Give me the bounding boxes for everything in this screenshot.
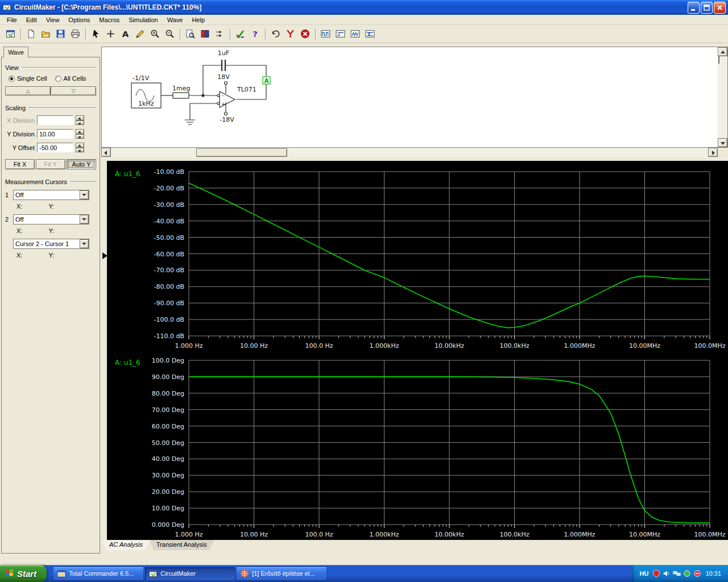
task-buttons: Total Commander 6.5...CircuitMaker[1] Er… xyxy=(53,567,631,580)
schematic-pane: -1/1V 1kHz 1meg 1uF 18V -18V TL071 - + A xyxy=(101,47,728,148)
menu-item-edit[interactable]: Edit xyxy=(22,15,42,24)
tray-shield-icon[interactable] xyxy=(652,569,660,577)
scroll-right-button[interactable] xyxy=(708,148,718,157)
text-tool-button[interactable]: A xyxy=(118,27,133,41)
menu-item-view[interactable]: View xyxy=(42,15,64,24)
compare-arrows-button[interactable] xyxy=(213,27,227,41)
spin-up-icon[interactable] xyxy=(76,115,84,120)
cursor1-select[interactable]: Off xyxy=(13,190,89,200)
spin-up-icon[interactable] xyxy=(76,143,84,148)
toolbar-separator xyxy=(265,28,266,40)
scroll-up-button[interactable] xyxy=(718,47,727,56)
wave-bus-icon xyxy=(365,29,375,39)
undo-arrow-button[interactable] xyxy=(268,27,283,41)
scroll-down-button[interactable] xyxy=(718,138,727,147)
circuit-window-button[interactable] xyxy=(3,27,18,41)
chevron-down-icon[interactable] xyxy=(80,190,89,199)
y-offset-input[interactable] xyxy=(37,143,73,152)
save-button[interactable] xyxy=(53,27,68,41)
scrollbar-thumb[interactable] xyxy=(196,148,287,157)
library-book-icon xyxy=(200,29,210,39)
resistor-symbol[interactable] xyxy=(173,93,189,98)
magnitude-plot[interactable]: -10.00 dB-20.00 dB-30.00 dB-40.00 dB-50.… xyxy=(107,161,728,350)
maximize-button[interactable] xyxy=(701,2,713,14)
schematic-horizontal-scrollbar[interactable] xyxy=(101,148,728,157)
single-cell-radio[interactable] xyxy=(9,76,15,82)
wave-pulse-button[interactable] xyxy=(348,27,362,41)
auto-y-button[interactable]: Auto Y xyxy=(67,159,96,169)
spin-down-icon[interactable] xyxy=(76,120,84,126)
chevron-down-icon[interactable] xyxy=(80,215,89,224)
new-file-button[interactable] xyxy=(24,27,38,41)
tray-network-icon xyxy=(673,569,681,577)
svg-text:1.000 Hz: 1.000 Hz xyxy=(175,531,202,538)
close-button[interactable] xyxy=(714,2,726,14)
find-part-button[interactable] xyxy=(183,27,197,41)
tray-volume-icon[interactable] xyxy=(663,569,671,577)
library-book-button[interactable] xyxy=(198,27,212,41)
view-group-rule xyxy=(22,67,96,68)
schematic-canvas[interactable]: -1/1V 1kHz 1meg 1uF 18V -18V TL071 - + A xyxy=(102,47,717,147)
x-division-spinner[interactable] xyxy=(76,115,84,125)
scroll-left-button[interactable] xyxy=(101,148,111,157)
phase-plot[interactable]: 100.0 Deg90.00 Deg80.00 Deg70.00 Deg60.0… xyxy=(107,350,728,538)
spin-down-icon[interactable] xyxy=(76,134,84,139)
probe-a-marker[interactable]: A xyxy=(263,77,270,84)
menu-item-wave[interactable]: Wave xyxy=(163,15,188,24)
scroll-cell-down-button[interactable]: ▽ xyxy=(51,86,96,95)
total-commander-icon xyxy=(57,569,66,578)
tab-ac-analysis[interactable]: AC Analysis xyxy=(102,540,150,550)
cursor-arrow-button[interactable] xyxy=(89,27,103,41)
y-division-spinner[interactable] xyxy=(76,129,84,139)
fit-x-button[interactable]: Fit X xyxy=(5,159,35,169)
schematic-vertical-scrollbar[interactable] xyxy=(718,47,727,147)
scroll-cell-up-button[interactable]: △ xyxy=(5,86,51,95)
capacitor-symbol[interactable] xyxy=(222,60,225,71)
tray-red-icon[interactable] xyxy=(693,569,701,577)
cursor2-select[interactable]: Off xyxy=(13,214,89,225)
menu-item-options[interactable]: Options xyxy=(64,15,94,24)
minimize-button[interactable] xyxy=(688,2,700,14)
cursor-diff-select[interactable]: Cursor 2 - Cursor 1 xyxy=(13,239,89,249)
stop-circle-button[interactable] xyxy=(298,27,312,41)
tab-transient-analysis[interactable]: Transient Analysis xyxy=(150,540,214,550)
help-question-button[interactable]: ? xyxy=(248,27,262,41)
taskbar-button-total-commander-6-5[interactable]: Total Commander 6.5... xyxy=(53,567,143,580)
run-check-button[interactable] xyxy=(233,27,247,41)
wave-tab[interactable]: Wave xyxy=(3,47,28,57)
analysis-tab-strip: AC AnalysisTransient Analysis xyxy=(102,540,214,551)
menu-item-simulation[interactable]: Simulation xyxy=(124,15,162,24)
print-button[interactable] xyxy=(68,27,82,41)
taskbar-button-1-er-s-t-p-t-se-el[interactable]: [1] Erősítő építése el... xyxy=(237,567,326,580)
spin-down-icon[interactable] xyxy=(76,148,84,153)
taskbar-button-circuitmaker[interactable]: CircuitMaker xyxy=(145,567,235,580)
all-cells-radio[interactable] xyxy=(55,76,61,82)
scrollbar-thumb[interactable] xyxy=(718,56,719,64)
menu-item-help[interactable]: Help xyxy=(187,15,209,24)
tray-network-icon[interactable] xyxy=(673,569,681,577)
x-division-input[interactable] xyxy=(37,115,73,125)
open-folder-button[interactable] xyxy=(39,27,53,41)
tray-green-icon[interactable] xyxy=(683,569,691,577)
opamp-label: TL071 xyxy=(237,86,257,93)
wave-digital-button[interactable] xyxy=(318,27,333,41)
y-division-input[interactable] xyxy=(37,129,73,139)
probe-glass-icon xyxy=(165,29,175,39)
plus-tool-button[interactable] xyxy=(104,27,118,41)
wire-pencil-button[interactable] xyxy=(133,27,147,41)
y-offset-spinner[interactable] xyxy=(76,143,84,152)
chevron-down-icon[interactable] xyxy=(80,239,89,248)
probe-y-button[interactable] xyxy=(283,27,297,41)
menu-item-macros[interactable]: Macros xyxy=(94,15,124,24)
cursor2-number: 2 xyxy=(5,216,11,223)
probe-glass-button[interactable] xyxy=(163,27,177,41)
wave-bus-button[interactable] xyxy=(363,27,377,41)
spin-up-icon[interactable] xyxy=(76,129,84,134)
circuit-window-icon xyxy=(148,569,158,578)
wave-step-button[interactable] xyxy=(333,27,348,41)
menu-item-file[interactable]: File xyxy=(2,15,22,24)
language-indicator[interactable]: HU xyxy=(640,570,649,577)
zoom-glass-button[interactable] xyxy=(148,27,162,41)
ground-symbol[interactable] xyxy=(185,120,195,124)
start-button[interactable]: Start xyxy=(0,565,47,582)
